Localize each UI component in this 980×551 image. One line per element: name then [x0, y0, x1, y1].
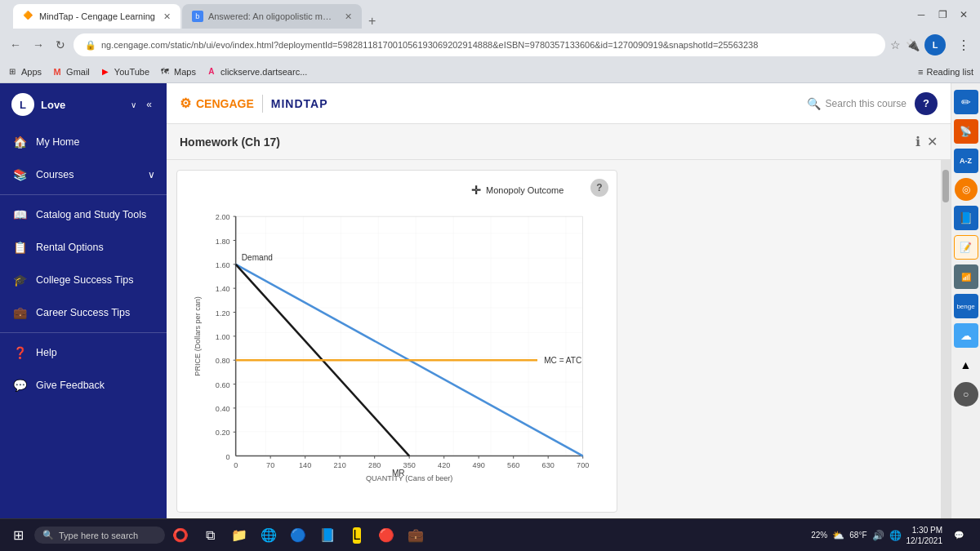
taskbar-app-edge[interactable]: 🔵 — [284, 522, 312, 549]
taskbar-app-cortana[interactable]: ⭕ — [167, 522, 194, 549]
forward-button[interactable]: → — [29, 35, 47, 55]
minimize-button[interactable]: ─ — [911, 5, 931, 24]
cengage-logo: ⚙ CENGAGE — [180, 96, 254, 111]
profile-button[interactable]: L — [924, 34, 946, 56]
right-icon-orange[interactable]: ◎ — [955, 178, 978, 201]
scroll-bar[interactable] — [941, 160, 951, 518]
svg-text:0: 0 — [234, 461, 238, 469]
sidebar-item-catalog[interactable]: 📖 Catalog and Study Tools — [0, 198, 167, 231]
bookmark-clickserve-label: clickserve.dartsearc... — [220, 67, 307, 77]
chart-box: ? ✛ Monopoly Outcome — [176, 170, 617, 513]
notification-button[interactable]: 💬 — [947, 524, 970, 547]
weather-temp: 68°F — [849, 531, 866, 540]
bookmarks-bar: ⊞ Apps M Gmail ▶ YouTube 🗺 Maps A clicks… — [0, 60, 980, 83]
search-area[interactable]: 🔍 Search this course — [807, 97, 906, 110]
rental-icon: 📋 — [11, 239, 28, 256]
right-icon-book[interactable]: 📘 — [954, 206, 978, 230]
maximize-button[interactable]: ❐ — [933, 5, 952, 24]
homework-close-icon[interactable]: ✕ — [927, 134, 938, 149]
bookmark-youtube[interactable]: ▶ YouTube — [100, 66, 149, 78]
cengage-text: CENGAGE — [196, 97, 254, 110]
bookmark-gmail-label: Gmail — [66, 67, 90, 77]
svg-text:1.40: 1.40 — [216, 285, 230, 293]
right-icon-benge[interactable]: benge — [954, 294, 978, 318]
title-bar: 🔶 MindTap - Cengage Learning ✕ b Answere… — [0, 0, 980, 29]
sidebar-item-career[interactable]: 💼 Career Success Tips — [0, 296, 167, 329]
taskbar-search[interactable]: 🔍 Type here to search — [34, 527, 165, 544]
taskbar-app-chrome[interactable]: 🌐 — [255, 522, 283, 549]
svg-text:490: 490 — [473, 461, 485, 469]
taskbar-app-task-view[interactable]: ⧉ — [196, 522, 224, 549]
drive-icon: ▲ — [960, 358, 972, 371]
start-button[interactable]: ⊞ — [3, 521, 33, 550]
sidebar-label-college: College Success Tips — [36, 274, 155, 286]
tab-close-1[interactable]: ✕ — [163, 11, 171, 22]
lock-icon: 🔒 — [85, 40, 96, 51]
right-icon-rss[interactable]: 📡 — [954, 119, 978, 144]
sidebar-item-courses[interactable]: 📚 Courses ∨ — [0, 158, 167, 191]
network-icon[interactable]: 🌐 — [889, 530, 902, 541]
battery-percentage: 22% — [811, 531, 827, 540]
reload-button[interactable]: ↻ — [52, 35, 69, 55]
gmail-icon: M — [51, 66, 63, 78]
right-icon-circle[interactable]: ○ — [954, 382, 978, 407]
bookmark-maps[interactable]: 🗺 Maps — [159, 66, 196, 78]
right-icon-cloud[interactable]: ☁ — [954, 323, 978, 348]
close-button[interactable]: ✕ — [954, 5, 973, 24]
bookmark-apps[interactable]: ⊞ Apps — [7, 66, 42, 78]
sidebar-item-college[interactable]: 🎓 College Success Tips — [0, 264, 167, 296]
svg-text:70: 70 — [266, 461, 274, 469]
sidebar-label-catalog: Catalog and Study Tools — [36, 209, 155, 220]
bookmark-star-button[interactable]: ☆ — [890, 38, 901, 51]
bookmark-clickserve[interactable]: A clickserve.dartsearc... — [206, 66, 307, 78]
right-icon-note[interactable]: 📝 — [954, 235, 978, 260]
tab-close-2[interactable]: ✕ — [345, 11, 352, 22]
help-button[interactable]: ? — [915, 92, 938, 115]
content-area: ⚙ CENGAGE MINDTAP 🔍 Search this course ?… — [167, 83, 951, 518]
right-icon-wifi[interactable]: 📶 — [954, 264, 978, 289]
taskbar-app-explorer[interactable]: 📁 — [225, 522, 253, 549]
reading-list-button[interactable]: ≡ Reading list — [918, 67, 973, 77]
address-bar[interactable]: 🔒 ng.cengage.com/static/nb/ui/evo/index.… — [74, 33, 885, 56]
scroll-thumb[interactable] — [942, 170, 949, 202]
tab-label-2: Answered: An oligopolistic mark... — [208, 11, 336, 21]
taskbar-app-yellow[interactable]: L — [343, 522, 371, 549]
new-tab-button[interactable]: + — [363, 14, 381, 29]
taskbar-app-launcher[interactable]: 📘 — [314, 522, 341, 549]
svg-text:2.00: 2.00 — [216, 213, 230, 221]
book-icon: 📘 — [959, 211, 973, 224]
user-chevron-icon: ∨ — [131, 100, 136, 109]
tab-active[interactable]: 🔶 MindTap - Cengage Learning ✕ — [13, 4, 180, 29]
svg-text:140: 140 — [299, 461, 311, 469]
taskbar-app-orange[interactable]: 🔴 — [372, 522, 400, 549]
sidebar-item-help[interactable]: ❓ Help — [0, 336, 167, 369]
sidebar-collapse-icon[interactable]: « — [143, 96, 155, 113]
avatar-letter: L — [20, 99, 26, 111]
homework-info-icon[interactable]: ℹ — [915, 134, 920, 149]
taskbar-search-icon: 🔍 — [42, 530, 54, 540]
scroll-container: ? ✛ Monopoly Outcome — [167, 160, 951, 518]
right-icon-pen[interactable]: ✏ — [954, 90, 978, 114]
homework-title: Homework (Ch 17) — [180, 136, 915, 149]
settings-button[interactable]: ⋮ — [954, 35, 973, 55]
svg-text:0.80: 0.80 — [216, 357, 230, 365]
sidebar-item-feedback[interactable]: 💬 Give Feedback — [0, 369, 167, 402]
sidebar-item-rental[interactable]: 📋 Rental Options — [0, 231, 167, 264]
tray-date-text: 12/1/2021 — [906, 535, 943, 546]
taskbar-app-teams[interactable]: 💼 — [402, 522, 430, 549]
sidebar-item-my-home[interactable]: 🏠 My Home — [0, 126, 167, 158]
extension-button[interactable]: 🔌 — [906, 38, 920, 51]
svg-text:280: 280 — [368, 461, 381, 469]
tab-bar: 🔶 MindTap - Cengage Learning ✕ b Answere… — [7, 1, 387, 29]
chart-help-button[interactable]: ? — [590, 179, 608, 197]
sidebar-divider-1 — [0, 194, 167, 195]
tab-inactive[interactable]: b Answered: An oligopolistic mark... ✕ — [182, 4, 362, 29]
volume-icon[interactable]: 🔊 — [872, 530, 884, 541]
bookmark-gmail[interactable]: M Gmail — [51, 66, 90, 78]
bookmark-apps-label: Apps — [21, 67, 42, 77]
sidebar-user[interactable]: L Love ∨ « — [0, 83, 167, 126]
back-button[interactable]: ← — [7, 35, 24, 55]
right-icon-drive[interactable]: ▲ — [954, 353, 978, 377]
home-icon: 🏠 — [11, 134, 28, 150]
right-icon-az[interactable]: A-Z — [954, 149, 978, 173]
